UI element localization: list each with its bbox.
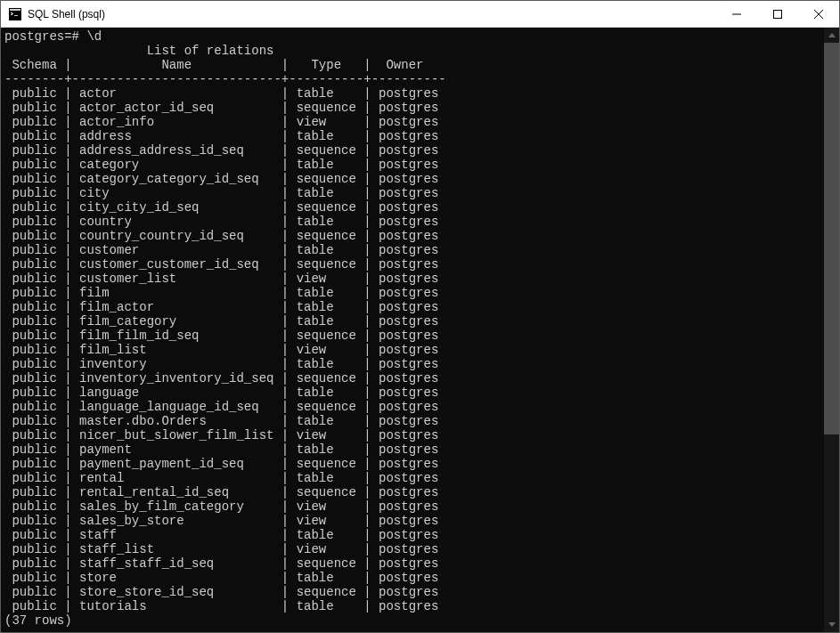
scroll-up-button[interactable] — [824, 28, 839, 43]
svg-rect-1 — [10, 9, 20, 11]
titlebar[interactable]: SQL Shell (psql) — [1, 1, 839, 28]
terminal-area: postgres=# \d List of relations Schema |… — [1, 28, 839, 632]
window-controls — [716, 1, 839, 27]
scroll-track[interactable] — [824, 43, 839, 617]
maximize-button[interactable] — [757, 1, 798, 27]
scroll-down-button[interactable] — [824, 617, 839, 632]
close-button[interactable] — [798, 1, 839, 27]
svg-rect-3 — [11, 12, 12, 13]
svg-rect-4 — [12, 13, 13, 14]
app-window: SQL Shell (psql) postgres=# \d List of r… — [0, 0, 840, 633]
svg-rect-7 — [774, 10, 782, 18]
svg-rect-6 — [14, 15, 18, 16]
scroll-thumb[interactable] — [824, 43, 839, 434]
window-title: SQL Shell (psql) — [28, 8, 716, 20]
terminal-output[interactable]: postgres=# \d List of relations Schema |… — [1, 28, 824, 632]
app-icon — [8, 7, 22, 21]
minimize-button[interactable] — [716, 1, 757, 27]
scrollbar[interactable] — [824, 28, 839, 632]
svg-rect-5 — [11, 14, 12, 15]
